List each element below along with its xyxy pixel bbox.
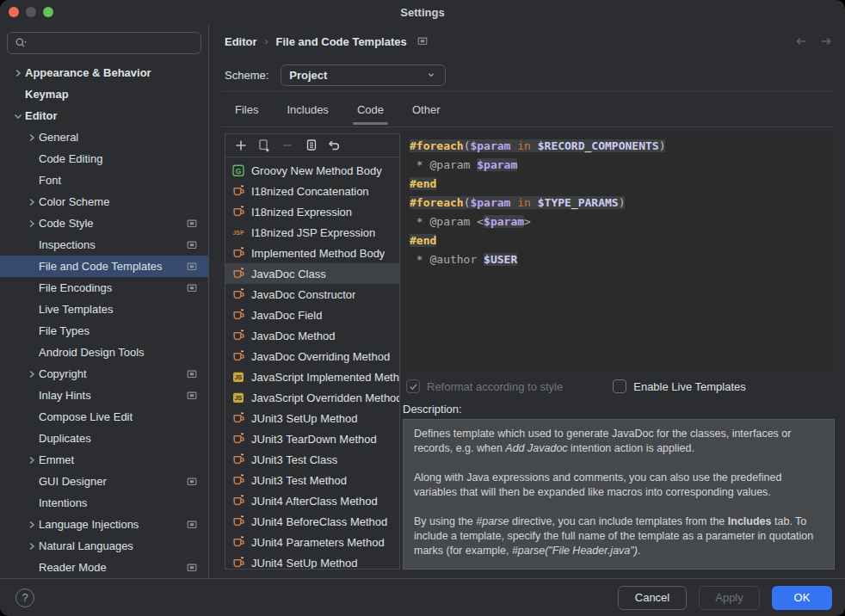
sidebar-item-label: Reader Mode <box>39 561 179 574</box>
chevron-right-icon[interactable] <box>25 518 39 532</box>
sidebar-item-label: GUI Designer <box>39 475 179 488</box>
apply-button[interactable]: Apply <box>699 586 760 610</box>
chevron-down-icon[interactable] <box>11 109 25 123</box>
sidebar-item-live-templates[interactable]: Live Templates <box>0 299 208 320</box>
template-item-junit4-setup-method[interactable]: JUnit4 SetUp Method <box>225 552 399 569</box>
template-item-junit3-test-class[interactable]: JUnit3 Test Class <box>225 449 399 470</box>
cancel-button[interactable]: Cancel <box>618 586 687 610</box>
ok-button[interactable]: OK <box>772 586 832 610</box>
chevron-right-icon[interactable] <box>25 131 39 145</box>
sidebar-item-copyright[interactable]: Copyright <box>0 363 208 385</box>
template-item-junit3-setup-method[interactable]: JUnit3 SetUp Method <box>225 408 399 428</box>
code-line: * @param <$param> <box>410 213 828 231</box>
sidebar-item-inlay-hints[interactable]: Inlay Hints <box>0 385 208 406</box>
template-item-javascript-overridden-method-body[interactable]: JSJavaScript Overridden Method Body <box>225 387 399 408</box>
checkbox-checked-icon[interactable] <box>406 379 420 393</box>
java-template-icon <box>231 473 245 487</box>
sidebar-item-code-style[interactable]: Code Style <box>0 213 208 234</box>
sidebar-item-label: Copyright <box>39 367 179 380</box>
sidebar-item-natural-languages[interactable]: Natural Languages <box>0 535 208 557</box>
minimize-window-button[interactable] <box>26 7 36 17</box>
sidebar-item-editor[interactable]: Editor <box>0 105 208 126</box>
sidebar-item-keymap[interactable]: Keymap <box>0 83 208 105</box>
code-line: #end <box>410 231 828 250</box>
sidebar-item-color-scheme[interactable]: Color Scheme <box>0 191 208 213</box>
forward-arrow-icon[interactable] <box>819 34 833 48</box>
add-template-button[interactable] <box>234 139 248 152</box>
sidebar-item-font[interactable]: Font <box>0 169 208 191</box>
template-item-javadoc-constructor[interactable]: JavaDoc Constructor <box>225 284 399 305</box>
sidebar-item-label: Inlay Hints <box>39 389 179 402</box>
search-input[interactable] <box>28 37 194 50</box>
sidebar-item-code-editing[interactable]: Code Editing <box>0 148 208 169</box>
template-item-junit3-test-method[interactable]: JUnit3 Test Method <box>225 470 399 490</box>
scheme-dropdown[interactable]: Project <box>281 65 446 86</box>
template-item-implemented-method-body[interactable]: Implemented Method Body <box>225 243 399 263</box>
tab-includes[interactable]: Includes <box>284 92 330 126</box>
chevron-right-icon[interactable] <box>25 453 39 467</box>
sidebar-item-compose-live-edit[interactable]: Compose Live Edit <box>0 406 208 428</box>
create-child-template-button[interactable] <box>257 139 271 152</box>
template-item-junit4-parameters-method[interactable]: JUnit4 Parameters Method <box>225 532 399 552</box>
duplicate-template-button[interactable] <box>304 139 318 152</box>
tab-other[interactable]: Other <box>410 92 443 126</box>
sidebar-item-intentions[interactable]: Intentions <box>0 492 208 514</box>
sidebar-item-file-types[interactable]: File Types <box>0 320 208 342</box>
reformat-according-to-style-checkbox[interactable]: Reformat according to style <box>406 379 563 393</box>
chevron-right-icon[interactable] <box>25 367 39 381</box>
template-item-javadoc-field[interactable]: JavaDoc Field <box>225 305 399 325</box>
zoom-window-button[interactable] <box>43 7 53 17</box>
remove-template-button[interactable] <box>281 139 294 152</box>
template-item-javadoc-method[interactable]: JavaDoc Method <box>225 325 399 346</box>
close-window-button[interactable] <box>9 7 19 17</box>
sidebar-item-label: Android Design Tools <box>39 346 208 359</box>
template-item-junit4-beforeclass-method[interactable]: JUnit4 BeforeClass Method <box>225 511 399 532</box>
screen-icon <box>186 218 198 230</box>
screen-icon <box>186 368 198 380</box>
tab-code[interactable]: Code <box>355 92 386 126</box>
sidebar-item-label: Keymap <box>25 88 208 101</box>
sidebar-item-appearance-behavior[interactable]: Appearance & Behavior <box>0 62 208 83</box>
code-line: * @author $USER <box>410 250 828 269</box>
sidebar-item-reader-mode[interactable]: Reader Mode <box>0 557 208 578</box>
template-item-i18nized-concatenation[interactable]: I18nized Concatenation <box>225 181 399 201</box>
svg-text:JS: JS <box>235 374 243 380</box>
svg-text:G: G <box>236 167 242 176</box>
sidebar-item-android-design-tools[interactable]: Android Design Tools <box>0 342 208 363</box>
checkbox-label: Enable Live Templates <box>633 380 746 393</box>
sidebar-item-inspections[interactable]: Inspections <box>0 234 208 256</box>
template-item-i18nized-expression[interactable]: I18nized Expression <box>225 201 399 222</box>
reset-to-default-button[interactable] <box>327 139 341 152</box>
breadcrumb-editor[interactable]: Editor <box>225 35 257 48</box>
template-item-javascript-implemented-method-body[interactable]: JSJavaScript Implemented Method Body <box>225 367 399 387</box>
sidebar-item-emmet[interactable]: Emmet <box>0 449 208 471</box>
help-button[interactable]: ? <box>15 588 34 607</box>
checkbox-unchecked-icon[interactable] <box>613 379 626 393</box>
back-arrow-icon[interactable] <box>794 34 808 48</box>
template-editor[interactable]: #foreach($param in $RECORD_COMPONENTS) *… <box>403 133 835 372</box>
template-item-javadoc-class[interactable]: JavaDoc Class <box>225 263 399 284</box>
sidebar-item-language-injections[interactable]: Language Injections <box>0 514 208 535</box>
chevron-right-icon[interactable] <box>25 195 39 209</box>
tab-files[interactable]: Files <box>232 92 261 126</box>
sidebar-item-duplicates[interactable]: Duplicates <box>0 428 208 449</box>
template-item-javadoc-overriding-method[interactable]: JavaDoc Overriding Method <box>225 346 399 367</box>
sidebar-item-file-and-code-templates[interactable]: File and Code Templates <box>0 256 208 277</box>
template-item-groovy-new-method-body[interactable]: GGroovy New Method Body <box>225 160 399 181</box>
template-item-junit3-teardown-method[interactable]: JUnit3 TearDown Method <box>225 428 399 449</box>
template-item-junit4-afterclass-method[interactable]: JUnit4 AfterClass Method <box>225 490 399 511</box>
enable-live-templates-checkbox[interactable]: Enable Live Templates <box>613 379 746 393</box>
settings-search-field[interactable] <box>7 32 201 54</box>
sidebar-item-gui-designer[interactable]: GUI Designer <box>0 471 208 492</box>
chevron-right-icon[interactable] <box>11 66 25 80</box>
chevron-right-icon[interactable] <box>25 217 39 231</box>
sidebar-item-label: File Encodings <box>39 281 179 294</box>
screen-icon <box>186 261 198 273</box>
sidebar-item-general[interactable]: General <box>0 126 208 148</box>
template-item-i18nized-jsp-expression[interactable]: JSPI18nized JSP Expression <box>225 222 399 243</box>
chevron-right-icon[interactable] <box>25 539 39 553</box>
breadcrumb-file-and-code-templates[interactable]: File and Code Templates <box>276 35 407 48</box>
sidebar-item-label: Appearance & Behavior <box>25 66 208 79</box>
sidebar-item-file-encodings[interactable]: File Encodings <box>0 277 208 299</box>
java-template-icon <box>231 514 245 528</box>
